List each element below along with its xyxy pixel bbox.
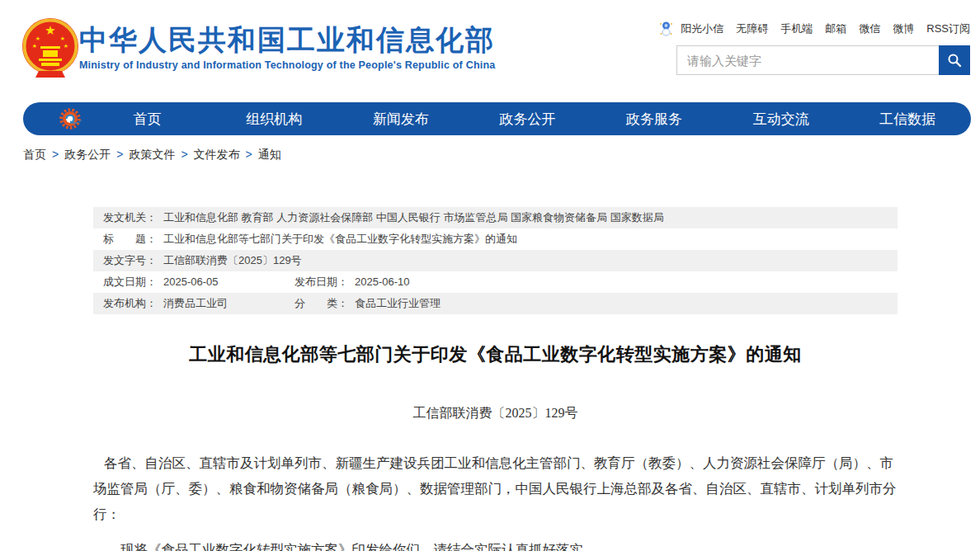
meta-value: 工信部联消费〔2025〕129号: [163, 254, 302, 266]
site-header: ★ ★ ★ ★ ★ 中华人民共和国工业和信息化部 Ministry of Ind…: [0, 0, 980, 97]
meta-cell: 分 类：食品工业行业管理: [294, 293, 441, 314]
meta-cell: 成文日期：2025-06-05: [103, 271, 294, 293]
meta-row-0: 发文机关：工业和信息化部 教育部 人力资源社会保障部 中国人民银行 市场监管总局…: [93, 207, 898, 228]
breadcrumb-item-0[interactable]: 首页: [23, 148, 46, 161]
breadcrumb-item-1[interactable]: 政务公开: [64, 148, 111, 161]
top-links: 阳光小信无障碍手机端邮箱微信微博RSS订阅: [659, 21, 970, 36]
breadcrumb-separator: >: [116, 148, 123, 161]
meta-value: 工业和信息化部等七部门关于印发《食品工业数字化转型实施方案》的通知: [163, 233, 517, 245]
document-paragraph-1: 现将《食品工业数字化转型实施方案》印发给你们，请结合实际认真抓好落实。: [93, 537, 898, 551]
meta-label: 成文日期：: [103, 276, 157, 288]
search-input[interactable]: [677, 46, 939, 74]
top-link-3[interactable]: 邮箱: [825, 21, 846, 36]
meta-label: 发文字号：: [103, 254, 157, 266]
search-box: [676, 45, 970, 75]
breadcrumb: 首页>政务公开>政策文件>文件发布>通知: [23, 148, 980, 162]
document-title: 工业和信息化部等七部门关于印发《食品工业数字化转型实施方案》的通知: [93, 342, 898, 367]
meta-label: 分 类：: [294, 297, 348, 309]
breadcrumb-item-2[interactable]: 政策文件: [129, 148, 175, 161]
meta-label: 标 题：: [103, 233, 157, 245]
content-area: 发文机关：工业和信息化部 教育部 人力资源社会保障部 中国人民银行 市场监管总局…: [93, 207, 898, 551]
breadcrumb-separator: >: [246, 148, 252, 161]
meta-label: 发布机构：: [103, 297, 157, 309]
svg-text:★: ★: [64, 43, 68, 49]
nav-item-4[interactable]: 政务服务: [591, 110, 718, 129]
nav-item-3[interactable]: 政务公开: [464, 110, 591, 129]
nav-item-2[interactable]: 新闻发布: [337, 110, 464, 129]
document-body: 各省、自治区、直辖市及计划单列市、新疆生产建设兵团工业和信息化主管部门、教育厅（…: [93, 450, 898, 551]
meta-row-1: 标 题：工业和信息化部等七部门关于印发《食品工业数字化转型实施方案》的通知: [93, 228, 898, 250]
top-link-2[interactable]: 手机端: [780, 21, 813, 36]
top-link-5[interactable]: 微博: [893, 21, 914, 36]
national-emblem-icon: ★ ★ ★ ★ ★: [21, 16, 80, 81]
document-number: 工信部联消费〔2025〕129号: [93, 405, 898, 422]
nav-item-0[interactable]: 首页: [84, 110, 211, 129]
site-subtitle: Ministry of Industry and Information Tec…: [79, 59, 495, 71]
nav-item-1[interactable]: 组织机构: [211, 110, 338, 129]
miit-logo-icon: [59, 106, 84, 131]
meta-value: 消费品工业司: [163, 297, 228, 309]
nav-item-6[interactable]: 工信数据: [844, 110, 971, 129]
top-link-1[interactable]: 无障碍: [736, 21, 768, 36]
breadcrumb-item-4[interactable]: 通知: [258, 148, 281, 161]
breadcrumb-item-3[interactable]: 文件发布: [194, 148, 240, 161]
meta-value: 2025-06-05: [163, 276, 219, 288]
site-title: 中华人民共和国工业和信息化部: [79, 23, 495, 56]
top-link-6[interactable]: RSS订阅: [926, 21, 970, 36]
main-nav: 首页组织机构新闻发布政务公开政务服务互动交流工信数据: [23, 102, 971, 135]
meta-value: 工业和信息化部 教育部 人力资源社会保障部 中国人民银行 市场监管总局 国家粮食…: [163, 211, 664, 224]
breadcrumb-separator: >: [52, 148, 59, 161]
svg-text:★: ★: [32, 43, 37, 49]
meta-row-2: 发文字号：工信部联消费〔2025〕129号: [93, 250, 898, 271]
search-button[interactable]: [939, 45, 970, 75]
svg-text:★: ★: [45, 23, 55, 37]
meta-cell: 发文机关：工业和信息化部 教育部 人力资源社会保障部 中国人民银行 市场监管总局…: [103, 207, 664, 228]
document-paragraph-0: 各省、自治区、直辖市及计划单列市、新疆生产建设兵团工业和信息化主管部门、教育厅（…: [93, 450, 898, 527]
meta-label: 发文机关：: [103, 211, 157, 224]
svg-text:★: ★: [35, 35, 40, 41]
meta-row-4: 发布机构：消费品工业司分 类：食品工业行业管理: [93, 293, 898, 314]
search-icon: [947, 53, 962, 68]
nav-item-5[interactable]: 互动交流: [718, 110, 845, 129]
mascot-icon: [659, 21, 673, 36]
meta-cell: 发布日期：2025-06-10: [294, 271, 410, 293]
top-link-4[interactable]: 微信: [859, 21, 880, 36]
meta-cell: 发文字号：工信部联消费〔2025〕129号: [103, 250, 302, 271]
meta-cell: 发布机构：消费品工业司: [103, 293, 294, 314]
meta-value: 2025-06-10: [355, 276, 410, 288]
top-link-0[interactable]: 阳光小信: [681, 21, 723, 36]
document-meta-table: 发文机关：工业和信息化部 教育部 人力资源社会保障部 中国人民银行 市场监管总局…: [93, 207, 898, 314]
breadcrumb-separator: >: [181, 148, 187, 161]
svg-text:★: ★: [60, 35, 65, 41]
meta-label: 发布日期：: [294, 276, 348, 288]
meta-row-3: 成文日期：2025-06-05发布日期：2025-06-10: [93, 271, 898, 293]
meta-value: 食品工业行业管理: [355, 297, 441, 309]
meta-cell: 标 题：工业和信息化部等七部门关于印发《食品工业数字化转型实施方案》的通知: [103, 228, 517, 250]
